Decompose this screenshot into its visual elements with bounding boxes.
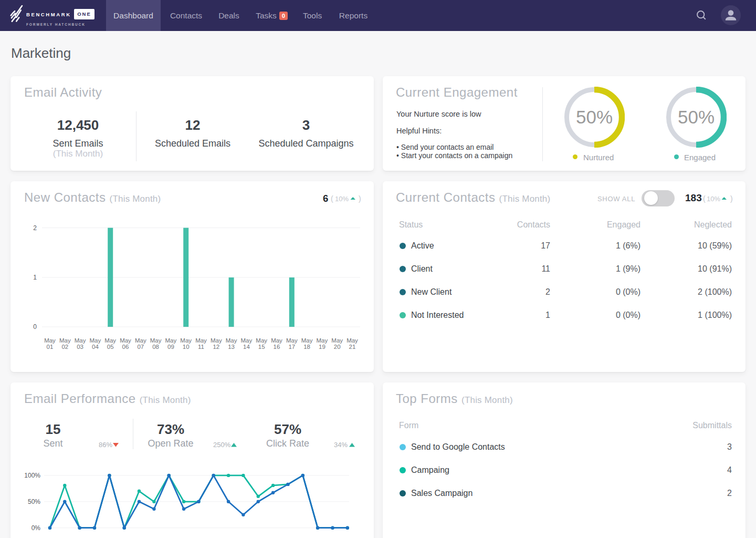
svg-text:21: 21 bbox=[349, 344, 356, 350]
svg-text:May: May bbox=[226, 337, 237, 344]
svg-text:May: May bbox=[241, 337, 253, 344]
svg-text:May: May bbox=[44, 337, 56, 344]
svg-text:1: 1 bbox=[33, 274, 37, 281]
svg-text:May: May bbox=[256, 337, 267, 344]
svg-text:May: May bbox=[75, 337, 86, 344]
svg-text:May: May bbox=[317, 337, 328, 344]
svg-text:17: 17 bbox=[288, 344, 295, 350]
svg-text:May: May bbox=[165, 337, 177, 344]
svg-text:16: 16 bbox=[274, 344, 280, 350]
svg-text:15: 15 bbox=[258, 344, 265, 350]
svg-text:May: May bbox=[150, 337, 162, 344]
svg-text:13: 13 bbox=[228, 344, 235, 350]
svg-text:100%: 100% bbox=[24, 472, 40, 479]
svg-text:May: May bbox=[346, 337, 358, 344]
svg-text:19: 19 bbox=[319, 344, 326, 350]
svg-text:20: 20 bbox=[334, 344, 341, 350]
svg-text:10: 10 bbox=[183, 344, 190, 350]
svg-text:14: 14 bbox=[243, 344, 250, 350]
svg-text:50%: 50% bbox=[28, 498, 40, 505]
svg-text:12: 12 bbox=[213, 344, 219, 350]
svg-text:May: May bbox=[211, 337, 222, 344]
svg-text:May: May bbox=[301, 337, 313, 344]
svg-text:03: 03 bbox=[77, 344, 83, 350]
svg-text:11: 11 bbox=[198, 344, 204, 350]
svg-text:May: May bbox=[331, 337, 343, 344]
svg-text:08: 08 bbox=[152, 344, 159, 350]
svg-text:May: May bbox=[180, 337, 192, 344]
svg-text:May: May bbox=[120, 337, 131, 344]
svg-text:06: 06 bbox=[122, 344, 129, 350]
svg-text:50%: 50% bbox=[678, 107, 715, 127]
svg-text:01: 01 bbox=[47, 344, 54, 350]
svg-text:2: 2 bbox=[33, 224, 37, 232]
svg-text:May: May bbox=[104, 337, 116, 344]
svg-text:May: May bbox=[286, 337, 298, 344]
svg-text:May: May bbox=[271, 337, 282, 344]
svg-text:04: 04 bbox=[92, 344, 99, 350]
svg-text:May: May bbox=[195, 337, 207, 344]
svg-text:0: 0 bbox=[33, 323, 37, 330]
svg-text:05: 05 bbox=[107, 344, 114, 350]
svg-text:02: 02 bbox=[61, 344, 68, 350]
svg-text:May: May bbox=[135, 337, 146, 344]
svg-text:May: May bbox=[59, 337, 71, 344]
svg-text:50%: 50% bbox=[576, 107, 613, 127]
svg-text:09: 09 bbox=[167, 344, 174, 350]
svg-text:07: 07 bbox=[137, 344, 144, 350]
svg-text:May: May bbox=[90, 337, 101, 344]
svg-text:18: 18 bbox=[303, 344, 310, 350]
svg-text:0%: 0% bbox=[32, 524, 41, 532]
